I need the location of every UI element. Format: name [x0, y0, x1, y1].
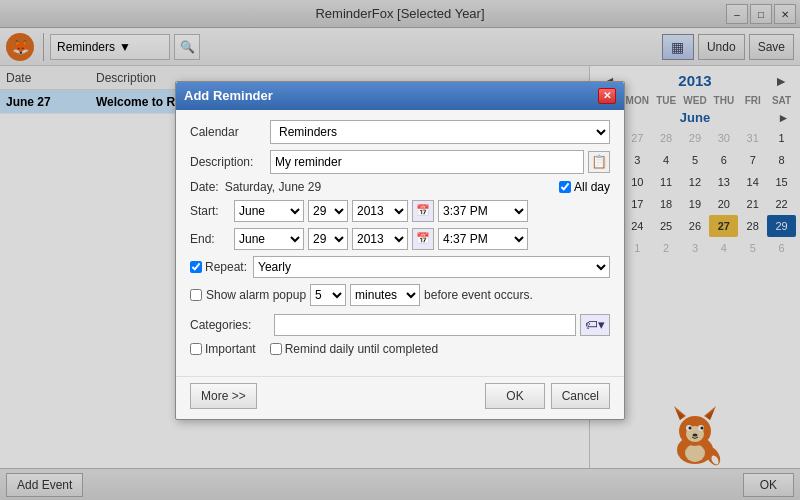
end-calendar-icon-button[interactable]: 📅 [412, 228, 434, 250]
remind-daily-label: Remind daily until completed [270, 342, 438, 356]
dialog-cancel-button[interactable]: Cancel [551, 383, 610, 409]
important-label: Important [190, 342, 256, 356]
repeat-label: Repeat: [205, 260, 247, 274]
description-label: Description: [190, 155, 270, 169]
repeat-checkbox-label: Repeat: [190, 260, 247, 274]
alarm-num-select[interactable]: 5 [310, 284, 346, 306]
alarm-label: Show alarm popup [206, 288, 306, 302]
end-row: End: June 29 2013 📅 4:37 PM [190, 228, 610, 250]
dialog-body: Calendar Reminders Description: 📋 Date: … [176, 110, 624, 376]
remind-daily-checkbox[interactable] [270, 343, 282, 355]
more-button[interactable]: More >> [190, 383, 257, 409]
dialog-ok-button[interactable]: OK [485, 383, 544, 409]
description-row: Description: 📋 [190, 150, 610, 174]
end-year-select[interactable]: 2013 [352, 228, 408, 250]
dialog-footer: More >> OK Cancel [176, 376, 624, 419]
dialog-close-button[interactable]: ✕ [598, 88, 616, 104]
start-calendar-icon-button[interactable]: 📅 [412, 200, 434, 222]
repeat-row: Repeat: Yearly [190, 256, 610, 278]
allday-check: All day [559, 180, 610, 194]
allday-checkbox[interactable] [559, 181, 571, 193]
date-row: Date: Saturday, June 29 All day [190, 180, 610, 194]
start-time-select[interactable]: 3:37 PM [438, 200, 528, 222]
start-row: Start: June 29 2013 📅 3:37 PM [190, 200, 610, 222]
start-year-select[interactable]: 2013 [352, 200, 408, 222]
categories-label: Categories: [190, 318, 270, 332]
categories-icon-button[interactable]: 🏷▾ [580, 314, 610, 336]
dialog-titlebar: Add Reminder ✕ [176, 82, 624, 110]
dialog-title: Add Reminder [184, 88, 273, 103]
allday-label: All day [574, 180, 610, 194]
end-label: End: [190, 232, 230, 246]
important-checkbox[interactable] [190, 343, 202, 355]
date-label: Date: [190, 180, 219, 194]
add-reminder-dialog: Add Reminder ✕ Calendar Reminders Descri… [175, 81, 625, 420]
start-month-select[interactable]: June [234, 200, 304, 222]
end-month-select[interactable]: June [234, 228, 304, 250]
start-day-select[interactable]: 29 [308, 200, 348, 222]
alarm-unit-select[interactable]: minutes [350, 284, 420, 306]
dialog-overlay: Add Reminder ✕ Calendar Reminders Descri… [0, 0, 800, 500]
description-icon-button[interactable]: 📋 [588, 151, 610, 173]
description-input[interactable] [270, 150, 584, 174]
repeat-checkbox[interactable] [190, 261, 202, 273]
repeat-select[interactable]: Yearly [253, 256, 610, 278]
important-text: Important [205, 342, 256, 356]
calendar-row: Calendar Reminders [190, 120, 610, 144]
start-label: Start: [190, 204, 230, 218]
categories-input[interactable] [274, 314, 576, 336]
calendar-label: Calendar [190, 125, 270, 139]
end-time-select[interactable]: 4:37 PM [438, 228, 528, 250]
date-value: Saturday, June 29 [225, 180, 322, 194]
alarm-checkbox[interactable] [190, 289, 202, 301]
alarm-row: Show alarm popup 5 minutes before event … [190, 284, 610, 306]
calendar-select[interactable]: Reminders [270, 120, 610, 144]
categories-row: Categories: 🏷▾ [190, 314, 610, 336]
remind-daily-text: Remind daily until completed [285, 342, 438, 356]
alarm-suffix: before event occurs. [424, 288, 533, 302]
options-row: Important Remind daily until completed [190, 342, 610, 356]
end-day-select[interactable]: 29 [308, 228, 348, 250]
